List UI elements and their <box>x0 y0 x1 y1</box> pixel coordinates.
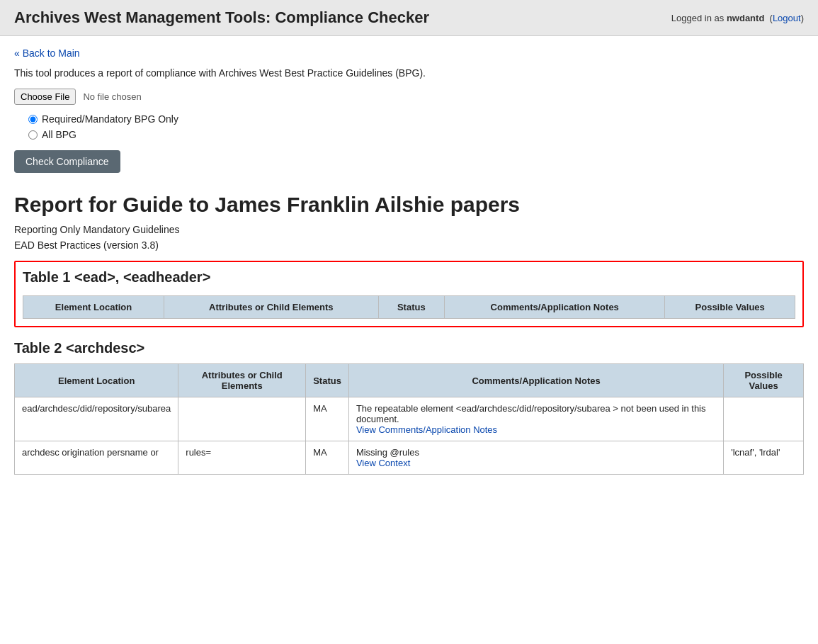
table1-col-status: Status <box>378 296 444 319</box>
radio-mandatory[interactable] <box>28 115 38 124</box>
radio-all[interactable] <box>28 130 38 140</box>
radio-all-label: All BPG <box>42 129 76 140</box>
username: nwdantd <box>727 13 764 23</box>
cell-attributes <box>178 397 306 441</box>
no-file-label: No file chosen <box>83 91 141 102</box>
bpg-radio-group: Required/Mandatory BPG Only All BPG <box>14 113 804 140</box>
back-to-main-link[interactable]: « Back to Main <box>14 47 80 59</box>
report-title: Report for Guide to James Franklin Ailsh… <box>14 193 804 217</box>
cell-element-location: ead/archdesc/did/repository/subarea <box>15 397 178 441</box>
choose-file-button[interactable]: Choose File <box>14 89 76 105</box>
cell-comments: The repeatable element <ead/archdesc/did… <box>348 397 723 441</box>
comment-text: The repeatable element <ead/archdesc/did… <box>356 403 706 424</box>
tool-description: This tool produces a report of complianc… <box>14 67 804 79</box>
view-comments-link[interactable]: View Context <box>356 458 716 468</box>
table1-col-attributes: Attributes or Child Elements <box>164 296 378 319</box>
cell-element-location: archdesc origination persname or <box>15 441 178 475</box>
table1-col-comments: Comments/Application Notes <box>445 296 665 319</box>
table2-col-status: Status <box>306 364 349 397</box>
comment-text: Missing @rules <box>356 447 419 458</box>
cell-possible-values <box>724 397 804 441</box>
view-comments-link[interactable]: View Comments/Application Notes <box>356 424 716 435</box>
logged-in-label: Logged in as <box>671 13 727 23</box>
table2-title: Table 2 <archdesc> <box>14 340 804 356</box>
cell-status: MA <box>306 441 349 475</box>
table1-header-row: Element Location Attributes or Child Ele… <box>23 296 795 319</box>
table2-col-comments: Comments/Application Notes <box>348 364 723 397</box>
check-compliance-button[interactable]: Check Compliance <box>14 150 120 173</box>
logout-link[interactable]: Logout <box>773 13 801 23</box>
ead-version: EAD Best Practices (version 3.8) <box>14 239 804 251</box>
radio-row-mandatory: Required/Mandatory BPG Only <box>28 113 804 125</box>
cell-status: MA <box>306 397 349 441</box>
file-input-row: Choose File No file chosen <box>14 89 804 105</box>
table1-title: Table 1 <ead>, <eadheader> <box>23 269 795 286</box>
radio-row-all: All BPG <box>28 129 804 140</box>
header-bar: Archives West Management Tools: Complian… <box>0 0 818 36</box>
user-info: Logged in as nwdantd (Logout) <box>671 13 804 23</box>
table2-col-attributes: Attributes or Child Elements <box>178 364 306 397</box>
app-title: Archives West Management Tools: Complian… <box>14 9 429 27</box>
table2-col-element-location: Element Location <box>15 364 178 397</box>
table1: Element Location Attributes or Child Ele… <box>23 295 795 319</box>
table1-col-possible-values: Possible Values <box>665 296 795 319</box>
radio-mandatory-label: Required/Mandatory BPG Only <box>42 113 178 125</box>
table2-header-row: Element Location Attributes or Child Ele… <box>15 364 804 397</box>
main-content: « Back to Main This tool produces a repo… <box>0 36 818 499</box>
reporting-note: Reporting Only Mandatory Guidelines <box>14 224 804 235</box>
table2: Element Location Attributes or Child Ele… <box>14 363 804 475</box>
table1-col-element-location: Element Location <box>23 296 164 319</box>
table2-section: Table 2 <archdesc> Element Location Attr… <box>14 340 804 475</box>
table-row: archdesc origination persname orrules=MA… <box>15 441 804 475</box>
cell-attributes: rules= <box>178 441 306 475</box>
table1-section: Table 1 <ead>, <eadheader> Element Locat… <box>14 261 804 327</box>
cell-comments: Missing @rulesView Context <box>348 441 723 475</box>
table2-col-possible-values: Possible Values <box>724 364 804 397</box>
table-row: ead/archdesc/did/repository/subareaMAThe… <box>15 397 804 441</box>
cell-possible-values: 'lcnaf', 'lrdal' <box>724 441 804 475</box>
